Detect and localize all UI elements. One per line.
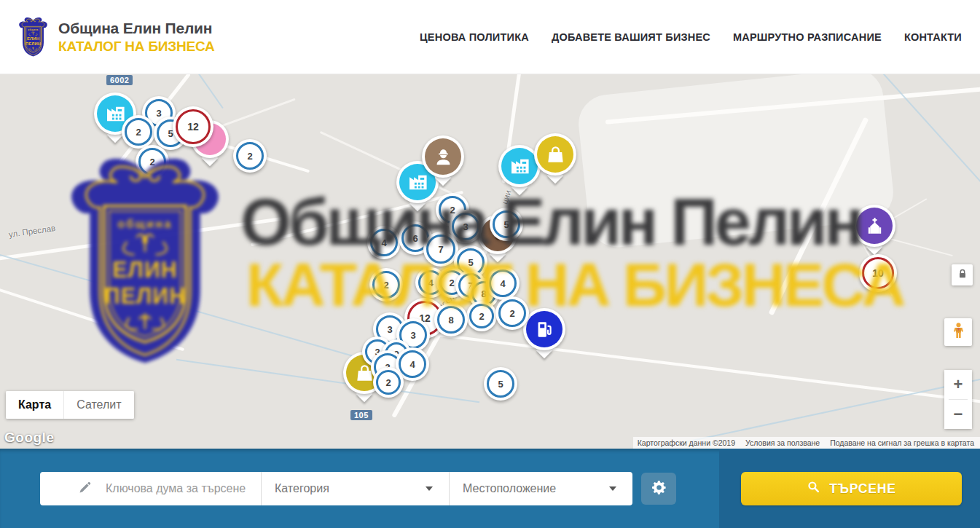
site-logo[interactable]: община ЕЛИН ПЕЛИН Община Елин Пелин КАТА…	[0, 14, 215, 60]
zoom-in-button[interactable]: +	[944, 370, 972, 399]
road-number-badge: 105	[350, 410, 372, 420]
pegman-icon	[949, 321, 968, 343]
site-header: община ЕЛИН ПЕЛИН Община Елин Пелин КАТА…	[0, 0, 980, 74]
cluster-marker[interactable]: 8	[434, 303, 468, 336]
map-waterway	[0, 244, 356, 358]
brand-subtitle: КАТАЛОГ НА БИЗНЕСА	[58, 39, 215, 55]
map-road	[0, 217, 283, 263]
cluster-marker[interactable]: 2	[373, 367, 404, 398]
category-select[interactable]: Категория	[261, 472, 449, 505]
pencil-icon	[78, 481, 92, 497]
google-logo[interactable]: Google	[4, 430, 54, 446]
zoom-control: + −	[944, 370, 972, 429]
cluster-marker[interactable]: 2	[466, 301, 497, 331]
location-select[interactable]: Местоположение	[449, 472, 632, 505]
page: община ЕЛИН ПЕЛИН Община Елин Пелин КАТА…	[0, 0, 980, 528]
cluster-marker[interactable]: 12	[173, 106, 213, 147]
nav-item[interactable]: ДОБАВЕТЕ ВАШИЯТ БИЗНЕС	[552, 31, 710, 43]
municipal-crest-logo: община ЕЛИН ПЕЛИН	[16, 14, 50, 60]
gear-icon	[651, 479, 667, 498]
map-attribution: Картографски данни ©2019 Условия за полз…	[633, 437, 980, 449]
nav-item[interactable]: КОНТАКТИ	[904, 31, 962, 43]
brand-text: Община Елин Пелин КАТАЛОГ НА БИЗНЕСА	[58, 20, 215, 55]
lock-icon	[957, 268, 968, 282]
category-select-label: Категория	[275, 482, 329, 495]
terms-of-use-link[interactable]: Условия за ползване	[745, 438, 820, 447]
cluster-marker[interactable]: 2	[369, 268, 403, 302]
cluster-marker[interactable]: 5	[490, 208, 523, 241]
caret-down-icon	[426, 486, 433, 491]
brand-title: Община Елин Пелин	[58, 20, 215, 37]
watermark-subtitle: КАТАЛОГ НА БИЗНЕСА	[246, 250, 903, 320]
pin-bag-icon[interactable]	[534, 133, 576, 183]
cluster-marker[interactable]: 2	[233, 139, 267, 173]
advanced-search-button[interactable]	[641, 473, 676, 505]
pin-worker-icon[interactable]	[422, 135, 464, 185]
cluster-marker[interactable]: 10	[859, 254, 897, 292]
fullscreen-lock-button[interactable]	[952, 264, 973, 285]
road-number-badge: 6002	[106, 75, 133, 85]
map-type-satellite-button[interactable]: Сателит	[63, 391, 133, 419]
map-type-map-button[interactable]: Карта	[6, 391, 63, 419]
map-canvas[interactable]: 6002105ул. Преславбул. „Новоселции 32512…	[0, 74, 980, 449]
map-road	[0, 281, 184, 352]
search-button-label: ТЪРСЕНЕ	[829, 481, 895, 497]
cluster-marker[interactable]: 4	[367, 226, 401, 259]
pin-fuel-icon[interactable]	[523, 308, 565, 358]
cluster-marker[interactable]: 2	[122, 115, 155, 149]
location-select-label: Местоположение	[463, 482, 556, 495]
search-bar: Категория Местоположение ТЪРСЕНЕ	[0, 449, 980, 528]
nav-item[interactable]: МАРШРУТНО РАЗПИСАНИЕ	[733, 31, 882, 43]
cluster-marker[interactable]: 2	[136, 145, 169, 178]
map-waterway	[176, 359, 479, 403]
svg-text:община: община	[28, 28, 38, 31]
map-type-control: Карта Сателит	[6, 391, 134, 419]
pin-church-icon[interactable]	[853, 205, 895, 254]
keyword-input[interactable]	[106, 482, 261, 495]
street-name-label: ул. Преслав	[8, 224, 56, 239]
search-icon	[807, 480, 820, 497]
search-panel: Категория Местоположение	[40, 472, 632, 505]
cluster-marker[interactable]: 2	[495, 296, 529, 330]
cluster-marker[interactable]: 7	[423, 232, 458, 267]
nav-item[interactable]: ЦЕНОВА ПОЛИТИКА	[420, 31, 529, 43]
svg-text:ЕЛИН: ЕЛИН	[27, 36, 39, 41]
report-map-error-link[interactable]: Подаване на сигнал за грешка в картата	[830, 438, 974, 447]
svg-text:ЕЛИН: ЕЛИН	[112, 257, 178, 282]
svg-text:община: община	[117, 218, 172, 230]
zoom-out-button[interactable]: −	[944, 400, 972, 429]
caret-down-icon	[609, 486, 616, 491]
keyword-section	[40, 472, 261, 505]
cluster-marker[interactable]: 4	[486, 267, 520, 300]
cluster-marker[interactable]: 5	[484, 367, 517, 401]
main-nav: ЦЕНОВА ПОЛИТИКАДОБАВЕТЕ ВАШИЯТ БИЗНЕСМАР…	[420, 31, 962, 43]
svg-text:ПЕЛИН: ПЕЛИН	[26, 41, 41, 45]
search-button[interactable]: ТЪРСЕНЕ	[741, 472, 962, 505]
street-view-pegman-button[interactable]	[944, 318, 972, 346]
attribution-copyright: Картографски данни ©2019	[638, 438, 735, 447]
